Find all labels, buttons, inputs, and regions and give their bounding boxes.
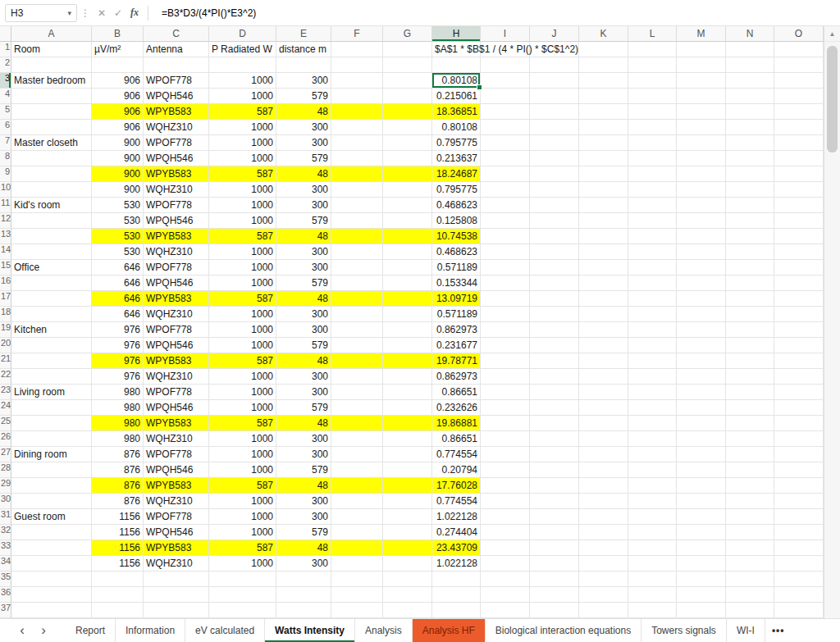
cell-D27[interactable]: 1000: [209, 447, 276, 462]
row-number-8[interactable]: 8: [0, 151, 11, 166]
cell-A3[interactable]: Master bedroom: [11, 73, 92, 89]
cell-M37[interactable]: [677, 603, 726, 618]
cell-N13[interactable]: [726, 229, 774, 244]
cell-K30[interactable]: [579, 494, 628, 509]
cell-G29[interactable]: [383, 478, 432, 494]
cell-I18[interactable]: [481, 307, 530, 322]
cell-M6[interactable]: [677, 120, 726, 135]
cell-B9[interactable]: 900: [92, 166, 144, 182]
cell-L29[interactable]: [628, 478, 677, 494]
cell-H6[interactable]: 0.80108: [432, 120, 481, 135]
cell-O1[interactable]: [774, 42, 824, 57]
cell-L33[interactable]: [628, 540, 677, 556]
cell-D6[interactable]: 1000: [209, 120, 276, 135]
cell-F33[interactable]: [331, 540, 383, 556]
cell-I21[interactable]: [481, 353, 530, 369]
cell-O24[interactable]: [774, 400, 824, 416]
cell-O29[interactable]: [774, 478, 824, 494]
cell-M31[interactable]: [677, 509, 726, 525]
cell-C2[interactable]: [144, 57, 209, 73]
row-number-15[interactable]: 15: [0, 260, 11, 275]
cell-B37[interactable]: [92, 603, 144, 618]
cell-O22[interactable]: [774, 369, 824, 385]
cell-I12[interactable]: [481, 213, 530, 229]
cell-I19[interactable]: [481, 322, 530, 338]
cell-M32[interactable]: [677, 525, 726, 540]
cell-E36[interactable]: [276, 587, 331, 603]
cell-N20[interactable]: [726, 338, 774, 353]
cell-G22[interactable]: [383, 369, 432, 385]
column-header-D[interactable]: D: [209, 26, 276, 41]
cell-F37[interactable]: [331, 603, 383, 618]
cell-C7[interactable]: WPOF778: [144, 135, 209, 151]
cell-L22[interactable]: [628, 369, 677, 385]
cell-F1[interactable]: [331, 42, 383, 57]
cell-C36[interactable]: [144, 587, 209, 603]
cell-N15[interactable]: [726, 260, 774, 275]
cell-J37[interactable]: [530, 603, 579, 618]
cell-K8[interactable]: [579, 151, 628, 166]
cell-J32[interactable]: [530, 525, 579, 540]
cell-K6[interactable]: [579, 120, 628, 135]
column-header-E[interactable]: E: [276, 26, 331, 41]
cell-A16[interactable]: [11, 275, 92, 291]
row-number-23[interactable]: 23: [0, 385, 11, 400]
row-number-34[interactable]: 34: [0, 556, 11, 571]
cell-E2[interactable]: [276, 57, 331, 73]
cell-J14[interactable]: [530, 244, 579, 260]
cell-G24[interactable]: [383, 400, 432, 416]
cell-I9[interactable]: [481, 166, 530, 182]
cell-G21[interactable]: [383, 353, 432, 369]
cell-M21[interactable]: [677, 353, 726, 369]
row-number-10[interactable]: 10: [0, 182, 11, 198]
cell-E16[interactable]: 579: [276, 275, 331, 291]
row-number-19[interactable]: 19: [0, 322, 11, 338]
cell-N8[interactable]: [726, 151, 774, 166]
cell-L32[interactable]: [628, 525, 677, 540]
cell-C22[interactable]: WQHZ310: [144, 369, 209, 385]
cell-I27[interactable]: [481, 447, 530, 462]
cell-A29[interactable]: [11, 478, 92, 494]
cell-L8[interactable]: [628, 151, 677, 166]
cell-C37[interactable]: [144, 603, 209, 618]
cell-D35[interactable]: [209, 571, 276, 587]
cell-M33[interactable]: [677, 540, 726, 556]
row-number-2[interactable]: 2: [0, 57, 11, 73]
column-header-A[interactable]: A: [11, 26, 92, 41]
cell-G6[interactable]: [383, 120, 432, 135]
column-header-M[interactable]: M: [677, 26, 726, 41]
cell-G2[interactable]: [383, 57, 432, 73]
cell-J29[interactable]: [530, 478, 579, 494]
cell-N35[interactable]: [726, 571, 774, 587]
row-number-32[interactable]: 32: [0, 525, 11, 540]
cancel-icon[interactable]: ✕: [94, 7, 110, 19]
row-number-16[interactable]: 16: [0, 275, 11, 291]
cell-M8[interactable]: [677, 151, 726, 166]
cell-B6[interactable]: 906: [92, 120, 144, 135]
cell-L36[interactable]: [628, 587, 677, 603]
cell-M5[interactable]: [677, 104, 726, 120]
cell-K31[interactable]: [579, 509, 628, 525]
cell-C4[interactable]: WPQH546: [144, 89, 209, 104]
cell-F23[interactable]: [331, 385, 383, 400]
row-number-22[interactable]: 22: [0, 369, 11, 385]
cell-K34[interactable]: [579, 556, 628, 571]
cell-M20[interactable]: [677, 338, 726, 353]
cell-F10[interactable]: [331, 182, 383, 198]
scroll-up-icon[interactable]: ▲: [824, 26, 840, 42]
cell-B26[interactable]: 980: [92, 431, 144, 447]
cell-B16[interactable]: 646: [92, 275, 144, 291]
column-header-I[interactable]: I: [481, 26, 530, 41]
cell-N34[interactable]: [726, 556, 774, 571]
cell-J6[interactable]: [530, 120, 579, 135]
cell-J7[interactable]: [530, 135, 579, 151]
cell-I4[interactable]: [481, 89, 530, 104]
cell-C12[interactable]: WPQH546: [144, 213, 209, 229]
cell-J9[interactable]: [530, 166, 579, 182]
cell-C10[interactable]: WQHZ310: [144, 182, 209, 198]
cell-D20[interactable]: 1000: [209, 338, 276, 353]
cell-K15[interactable]: [579, 260, 628, 275]
cell-H28[interactable]: 0.20794: [432, 462, 481, 478]
cell-M17[interactable]: [677, 291, 726, 307]
cell-I29[interactable]: [481, 478, 530, 494]
